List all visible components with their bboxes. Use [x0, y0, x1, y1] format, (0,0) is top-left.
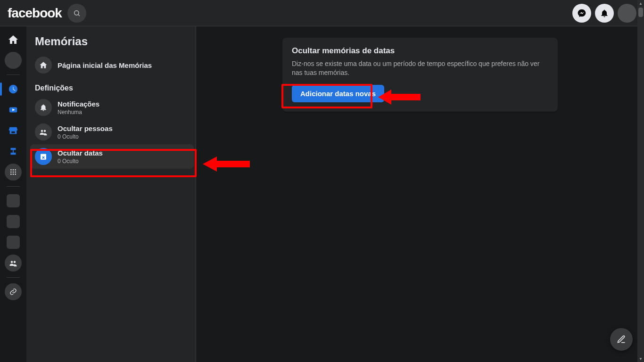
add-new-dates-button[interactable]: Adicionar datas novas: [292, 85, 384, 102]
rail-marketplace[interactable]: [5, 122, 22, 139]
compose-button[interactable]: [610, 328, 633, 351]
svg-point-10: [15, 172, 16, 173]
sidebar-title: Memórias: [30, 33, 194, 53]
svg-point-5: [10, 169, 12, 171]
compose-icon: [617, 335, 626, 344]
svg-point-9: [13, 172, 14, 173]
gaming-icon: [8, 146, 18, 156]
store-icon: [8, 125, 18, 136]
scroll-up-icon[interactable]: ▲: [637, 0, 644, 7]
rail-shortcut-3[interactable]: [5, 234, 22, 251]
bell-circle-icon: [35, 99, 52, 116]
rail-home[interactable]: [5, 31, 22, 48]
rail-watch[interactable]: [5, 101, 22, 118]
left-rail: [0, 26, 26, 362]
rail-link[interactable]: [5, 283, 22, 300]
clock-icon: [8, 84, 18, 94]
rail-divider-3: [7, 277, 20, 278]
card-title: Ocultar memórias de datas: [292, 46, 548, 56]
sidebar-item-title: Notificações: [58, 100, 99, 108]
svg-point-17: [44, 130, 46, 132]
rail-divider-2: [7, 186, 20, 187]
sidebar-home-row[interactable]: Página inicial das Memórias: [30, 53, 194, 77]
search-button[interactable]: [67, 4, 86, 23]
top-bar: facebook: [0, 0, 644, 26]
svg-point-7: [15, 169, 16, 171]
profile-avatar[interactable]: [618, 4, 636, 23]
notifications-button[interactable]: [595, 4, 614, 23]
rail-profile[interactable]: [5, 52, 22, 69]
rail-memories[interactable]: [5, 81, 22, 98]
svg-point-16: [41, 130, 43, 132]
facebook-logo[interactable]: facebook: [8, 6, 62, 21]
svg-point-14: [11, 261, 13, 263]
svg-point-12: [13, 173, 14, 175]
svg-line-1: [78, 15, 80, 16]
hide-dates-card: Ocultar memórias de datas Diz-nos se exi…: [282, 38, 558, 112]
svg-point-15: [14, 261, 16, 263]
home-icon: [39, 61, 48, 69]
svg-point-6: [13, 169, 14, 171]
sidebar-item-subtitle: 0 Oculto: [58, 133, 113, 140]
sidebar-item-title: Ocultar pessoas: [58, 124, 113, 132]
home-icon: [8, 34, 19, 45]
people-icon: [39, 128, 48, 136]
bell-icon: [600, 8, 609, 18]
card-description: Diz-nos se existe uma data ou um período…: [292, 59, 548, 77]
rail-menu-grid[interactable]: [5, 164, 22, 181]
sidebar-home-label: Página inicial das Memórias: [58, 61, 152, 69]
sidebar-item-subtitle: 0 Oculto: [58, 158, 103, 165]
rail-shortcut-1[interactable]: [5, 192, 22, 209]
svg-point-11: [10, 173, 12, 175]
sidebar-item-hide-dates[interactable]: Ocultar datas 0 Oculto: [30, 144, 194, 169]
scroll-down-icon[interactable]: ▼: [637, 355, 644, 362]
rail-groups[interactable]: [5, 255, 22, 272]
messenger-icon: [577, 8, 586, 18]
search-icon: [73, 9, 81, 17]
top-right-controls: [572, 4, 636, 23]
messenger-button[interactable]: [572, 4, 591, 23]
groups-icon: [9, 259, 17, 267]
home-circle-icon: [35, 57, 52, 74]
rail-divider: [7, 74, 20, 75]
memories-sidebar: Memórias Página inicial das Memórias Def…: [26, 26, 196, 362]
page-scrollbar[interactable]: ▲ ▼: [637, 0, 644, 362]
bell-icon: [39, 103, 48, 112]
rail-gaming[interactable]: [5, 143, 22, 160]
link-icon: [9, 288, 17, 296]
sidebar-item-notifications[interactable]: Notificações Nenhuma: [30, 95, 194, 120]
svg-rect-19: [41, 154, 46, 156]
scroll-thumb[interactable]: [638, 8, 643, 17]
svg-point-13: [15, 173, 16, 175]
sidebar-item-hide-people[interactable]: Ocultar pessoas 0 Oculto: [30, 120, 194, 144]
sidebar-item-subtitle: Nenhuma: [58, 109, 99, 115]
svg-point-0: [74, 10, 79, 15]
rail-shortcut-2[interactable]: [5, 213, 22, 230]
main-content: Ocultar memórias de datas Diz-nos se exi…: [196, 26, 644, 362]
watch-icon: [8, 105, 18, 115]
calendar-circle-icon: [35, 148, 52, 165]
calendar-x-icon: [39, 152, 48, 161]
sidebar-settings-label: Definições: [30, 77, 194, 95]
people-circle-icon: [35, 123, 52, 140]
grid-icon: [9, 168, 17, 176]
sidebar-item-title: Ocultar datas: [58, 149, 103, 157]
svg-point-8: [10, 172, 12, 173]
